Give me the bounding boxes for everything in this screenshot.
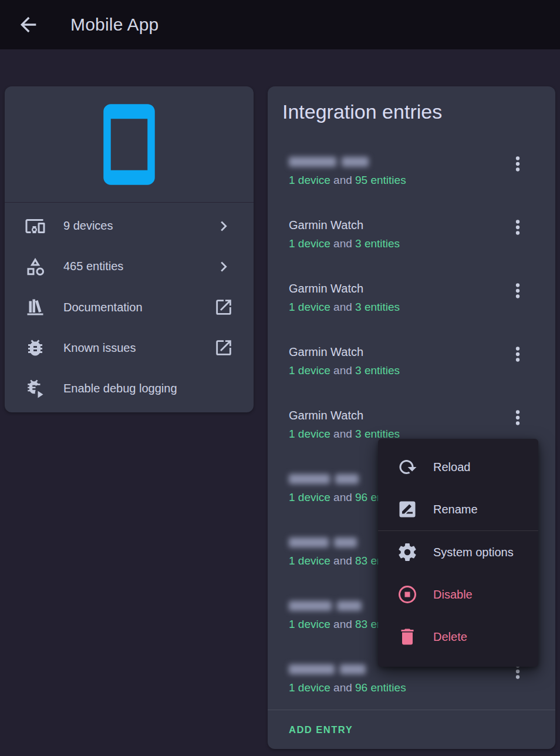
- dots-vertical-icon: [507, 216, 529, 238]
- entry-subtitle: 1 device and 3 entities: [289, 237, 502, 250]
- entry-context-menu: Reload Rename System options Disable Del…: [378, 439, 538, 667]
- rename-box-icon: [397, 499, 418, 520]
- entities-link[interactable]: 96 entities: [355, 681, 406, 694]
- kebab-menu-button[interactable]: [505, 214, 531, 240]
- info-row-label: 465 entities: [63, 260, 214, 273]
- stop-circle-icon: [397, 584, 418, 605]
- integration-entry: Garmin Watch 1 device and 3 entities: [268, 272, 555, 335]
- delete-icon: [397, 626, 418, 647]
- devices-link[interactable]: 1 device: [289, 364, 330, 377]
- devices-link[interactable]: 1 device: [289, 301, 330, 313]
- menu-item-label: Reload: [433, 461, 470, 474]
- menu-item-system-options[interactable]: System options: [378, 531, 538, 573]
- menu-item-rename[interactable]: Rename: [378, 488, 538, 530]
- entry-name: Garmin Watch: [289, 218, 502, 232]
- cellphone-icon: [85, 100, 173, 189]
- entry-subtitle: 1 device and 3 entities: [289, 300, 502, 314]
- info-row-label: Enable debug logging: [63, 382, 234, 395]
- menu-item-disable[interactable]: Disable: [378, 573, 538, 616]
- entries-card-title: Integration entries: [282, 100, 442, 123]
- open-in-new-icon: [214, 297, 234, 317]
- info-row-label: Documentation: [63, 301, 214, 314]
- page-title: Mobile App: [70, 15, 158, 35]
- info-row-documentation[interactable]: Documentation: [5, 287, 254, 327]
- entry-name-redacted: [289, 154, 502, 169]
- chevron-right-icon: [214, 257, 234, 277]
- integration-entry: Garmin Watch 1 device and 3 entities: [268, 209, 555, 272]
- kebab-menu-button[interactable]: [505, 341, 531, 367]
- entities-link[interactable]: 95 entities: [355, 174, 406, 186]
- info-rows: 9 devices 465 entities Documentation Kno…: [5, 203, 254, 412]
- menu-item-label: System options: [433, 546, 514, 559]
- entry-subtitle: 1 device and 96 entities: [289, 681, 502, 694]
- menu-item-label: Delete: [433, 630, 467, 644]
- devices-icon: [25, 216, 46, 237]
- integration-hero: [5, 86, 254, 203]
- entry-name: Garmin Watch: [289, 408, 502, 422]
- menu-item-label: Disable: [433, 588, 473, 602]
- entry-subtitle: 1 device and 95 entities: [289, 173, 502, 187]
- entry-subtitle: 1 device and 3 entities: [289, 364, 502, 377]
- kebab-menu-button[interactable]: [505, 151, 531, 177]
- dots-vertical-icon: [507, 280, 529, 302]
- dots-vertical-icon: [507, 153, 529, 175]
- bug-icon: [25, 337, 46, 358]
- arrow-left-icon: [16, 13, 40, 36]
- integration-entry: Garmin Watch 1 device and 3 entities: [268, 335, 555, 399]
- info-row-known-issues[interactable]: Known issues: [5, 328, 254, 368]
- devices-link[interactable]: 1 device: [289, 618, 330, 630]
- menu-item-reload[interactable]: Reload: [378, 446, 538, 488]
- app-header: Mobile App: [0, 0, 560, 49]
- entities-link[interactable]: 3 entities: [355, 364, 400, 377]
- info-row-label: Known issues: [63, 341, 214, 355]
- shapes-icon: [25, 256, 46, 277]
- bug-play-icon: [25, 378, 46, 399]
- open-in-new-icon: [214, 338, 234, 358]
- devices-link[interactable]: 1 device: [289, 491, 330, 503]
- kebab-menu-button[interactable]: [505, 405, 531, 431]
- devices-link[interactable]: 1 device: [289, 428, 330, 440]
- add-entry-button[interactable]: ADD ENTRY: [289, 724, 353, 735]
- reload-icon: [397, 456, 418, 478]
- cog-icon: [397, 542, 418, 563]
- entry-name: Garmin Watch: [289, 345, 502, 359]
- library-icon: [25, 297, 46, 318]
- devices-link[interactable]: 1 device: [289, 174, 330, 186]
- devices-link[interactable]: 1 device: [289, 681, 330, 694]
- info-row-9-devices[interactable]: 9 devices: [5, 206, 254, 246]
- integration-entry: 1 device and 95 entities: [268, 145, 555, 209]
- info-row-enable-debug-logging[interactable]: Enable debug logging: [5, 368, 254, 409]
- entities-link[interactable]: 3 entities: [355, 301, 400, 313]
- entities-link[interactable]: 3 entities: [355, 428, 400, 440]
- info-row-465-entities[interactable]: 465 entities: [5, 246, 254, 287]
- info-row-label: 9 devices: [63, 219, 214, 233]
- entry-name: Garmin Watch: [289, 281, 502, 295]
- dots-vertical-icon: [507, 406, 529, 429]
- devices-link[interactable]: 1 device: [289, 555, 330, 567]
- dots-vertical-icon: [507, 343, 529, 365]
- menu-item-label: Rename: [433, 503, 478, 516]
- devices-link[interactable]: 1 device: [289, 237, 330, 250]
- menu-item-delete[interactable]: Delete: [378, 616, 538, 658]
- back-button[interactable]: [14, 11, 42, 39]
- footer-divider: [268, 710, 555, 710]
- chevron-right-icon: [214, 216, 234, 236]
- kebab-menu-button[interactable]: [505, 278, 531, 304]
- entities-link[interactable]: 3 entities: [355, 237, 400, 250]
- integration-info-card: 9 devices 465 entities Documentation Kno…: [5, 86, 254, 412]
